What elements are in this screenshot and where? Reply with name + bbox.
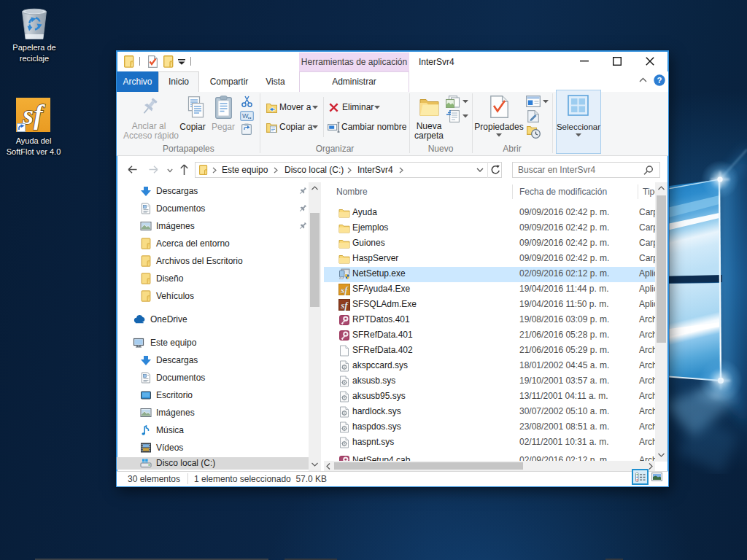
svg-text:sf: sf (340, 300, 349, 311)
svg-text:sf: sf (22, 99, 45, 130)
svg-text:sf: sf (340, 284, 349, 295)
svg-text:W: W (242, 112, 249, 120)
svg-text:?: ? (657, 76, 662, 85)
